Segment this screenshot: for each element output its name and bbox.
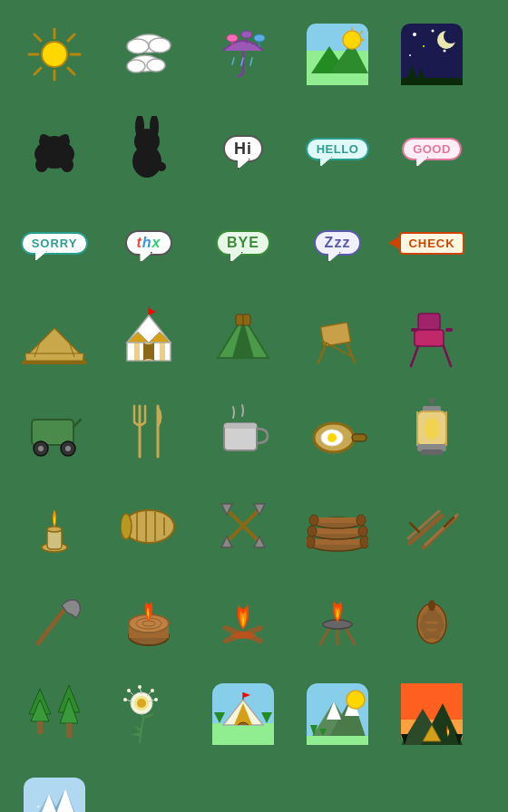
svg-rect-135 <box>312 528 363 534</box>
svg-point-14 <box>147 59 165 72</box>
sun-icon <box>9 9 100 100</box>
svg-point-93 <box>65 446 71 451</box>
trees-group-icon <box>9 669 100 759</box>
svg-point-140 <box>309 515 318 526</box>
svg-point-13 <box>127 60 145 72</box>
svg-line-79 <box>318 344 326 362</box>
svg-line-24 <box>250 58 252 65</box>
campfire2-icon <box>292 575 383 665</box>
svg-marker-66 <box>149 308 156 315</box>
svg-rect-64 <box>22 361 87 364</box>
svg-point-104 <box>327 433 337 442</box>
svg-point-109 <box>425 418 439 440</box>
thx-bubble: thx <box>103 198 194 288</box>
bye-bubble: BYE <box>198 198 288 288</box>
svg-point-10 <box>127 39 149 53</box>
svg-line-146 <box>410 523 419 532</box>
small-tent-icon <box>198 292 288 382</box>
svg-rect-86 <box>411 328 418 332</box>
hello-text: HELLO <box>306 138 370 160</box>
svg-point-49 <box>40 134 47 141</box>
check-bubble: CHECK <box>386 198 477 288</box>
camp-scene1-icon <box>198 669 288 759</box>
svg-point-136 <box>308 526 317 536</box>
sorry-text: SORRY <box>21 232 89 255</box>
svg-rect-195 <box>307 736 368 745</box>
svg-point-38 <box>444 50 446 53</box>
good-bubble: GOOD <box>386 103 477 194</box>
svg-point-198 <box>347 691 365 709</box>
circus-tent-icon <box>103 292 194 382</box>
bye-text: BYE <box>216 230 270 256</box>
rain-umbrella-icon <box>198 9 288 100</box>
svg-rect-59 <box>25 353 83 361</box>
svg-line-5 <box>68 68 74 74</box>
mug-icon <box>198 386 288 477</box>
log-stump-icon <box>103 575 194 665</box>
svg-point-52 <box>61 158 73 172</box>
svg-rect-183 <box>212 723 274 745</box>
svg-line-4 <box>34 34 41 41</box>
svg-rect-102 <box>352 434 366 441</box>
camp-scene3-icon <box>386 669 477 759</box>
svg-point-11 <box>149 38 171 53</box>
folding-chair-icon <box>386 292 477 382</box>
svg-line-80 <box>347 344 355 362</box>
svg-point-137 <box>358 526 367 536</box>
candle-lamp-icon <box>9 480 100 571</box>
svg-point-20 <box>254 34 265 42</box>
rabbit-silhouette-icon <box>103 103 194 194</box>
emoji-grid: Hi HELLO GOOD SORRY thx BYE Zzz CHECK <box>9 9 499 812</box>
cart-icon <box>9 386 100 477</box>
svg-point-91 <box>38 446 44 451</box>
svg-point-132 <box>307 536 315 548</box>
svg-rect-139 <box>314 517 361 523</box>
svg-point-177 <box>138 685 142 689</box>
snow-scene-icon <box>9 763 100 812</box>
svg-rect-165 <box>37 721 43 734</box>
svg-point-178 <box>151 689 154 692</box>
svg-point-107 <box>429 399 435 403</box>
svg-rect-82 <box>418 314 440 330</box>
sunrise-icon <box>292 9 383 100</box>
svg-point-180 <box>127 689 131 692</box>
svg-point-171 <box>137 699 146 708</box>
thx-text: thx <box>125 230 171 256</box>
hello-bubble: HELLO <box>292 103 383 194</box>
svg-line-84 <box>411 346 418 366</box>
logs-icon <box>292 480 383 571</box>
svg-point-29 <box>343 31 361 49</box>
svg-point-181 <box>123 698 127 701</box>
svg-rect-44 <box>401 78 463 85</box>
good-text: GOOD <box>402 138 462 160</box>
svg-point-41 <box>444 29 458 44</box>
hi-bubble: Hi <box>198 103 288 194</box>
svg-line-7 <box>34 68 41 74</box>
pinecone-icon <box>386 575 477 665</box>
svg-point-8 <box>42 42 67 67</box>
svg-point-56 <box>132 145 161 178</box>
svg-point-34 <box>413 33 416 36</box>
svg-rect-83 <box>415 330 444 346</box>
svg-rect-200 <box>401 683 463 720</box>
svg-marker-58 <box>25 328 83 357</box>
svg-point-162 <box>428 600 435 611</box>
large-tent-icon <box>9 292 100 382</box>
crossed-tools-icon <box>198 480 288 571</box>
svg-point-123 <box>121 514 132 539</box>
zzz-text: Zzz <box>314 230 362 256</box>
svg-point-216 <box>50 802 53 805</box>
camp-scene2-icon <box>292 669 383 759</box>
svg-rect-87 <box>445 328 453 332</box>
campfire1-icon <box>198 575 288 665</box>
svg-point-35 <box>432 30 435 33</box>
chair-icon <box>292 292 383 382</box>
bear-silhouette-icon <box>9 103 100 194</box>
svg-line-85 <box>444 346 451 366</box>
lantern-icon <box>386 386 477 477</box>
svg-point-156 <box>230 632 256 639</box>
svg-point-141 <box>357 515 366 526</box>
svg-point-133 <box>360 536 368 548</box>
zzz-bubble: Zzz <box>292 198 383 288</box>
svg-point-37 <box>423 45 425 47</box>
